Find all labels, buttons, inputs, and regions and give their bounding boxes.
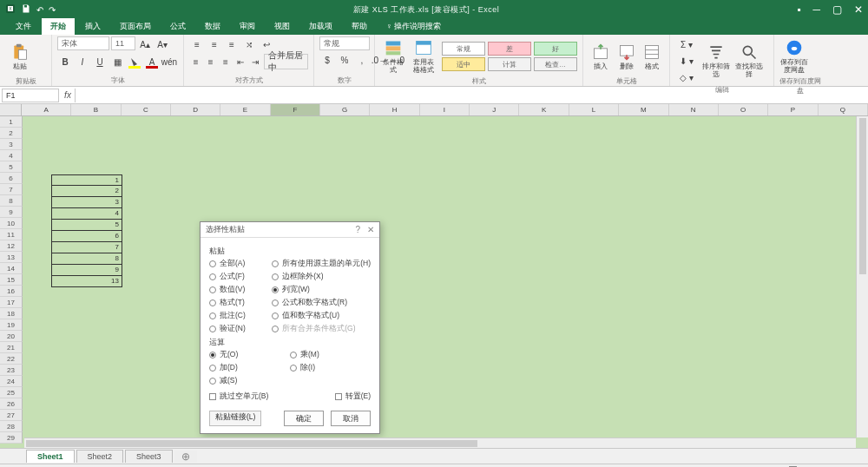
conditional-format-button[interactable]: 条件格式 bbox=[380, 36, 406, 76]
data-cell[interactable]: 7 bbox=[51, 242, 122, 253]
dialog-radio-option[interactable]: 批注(C) bbox=[209, 311, 272, 321]
dialog-radio-option[interactable]: 值和数字格式(U) bbox=[272, 311, 371, 321]
bold-button[interactable]: B bbox=[57, 54, 73, 69]
data-cell[interactable]: 1 bbox=[51, 174, 122, 186]
row-header[interactable]: 13 bbox=[0, 252, 23, 263]
dialog-close-icon[interactable]: ✕ bbox=[367, 225, 374, 234]
fx-icon[interactable]: fx bbox=[61, 90, 75, 100]
dialog-radio-option[interactable]: 公式(F) bbox=[209, 272, 272, 282]
ribbon-options-icon[interactable]: ▪ bbox=[797, 3, 800, 16]
align-center-icon[interactable]: ≡ bbox=[204, 54, 217, 69]
insert-cells-button[interactable]: 插入 bbox=[589, 36, 613, 76]
dialog-help-icon[interactable]: ? bbox=[355, 225, 360, 234]
paste-button[interactable]: 粘贴 bbox=[5, 36, 35, 76]
row-header[interactable]: 15 bbox=[0, 274, 23, 286]
row-header[interactable]: 27 bbox=[0, 410, 23, 421]
format-cells-button[interactable]: 格式 bbox=[640, 36, 664, 76]
row-header[interactable]: 5 bbox=[0, 161, 23, 173]
align-right-icon[interactable]: ≡ bbox=[219, 54, 232, 69]
row-header[interactable]: 25 bbox=[0, 387, 23, 398]
row-header[interactable]: 14 bbox=[0, 263, 23, 274]
row-header[interactable]: 28 bbox=[0, 421, 23, 432]
dialog-radio-option[interactable]: 边框除外(X) bbox=[272, 272, 371, 282]
column-header[interactable]: Q bbox=[819, 104, 868, 115]
dialog-radio-option[interactable]: 减(S) bbox=[209, 376, 290, 386]
row-header[interactable]: 4 bbox=[0, 150, 23, 161]
number-format-select[interactable]: 常规 bbox=[319, 36, 370, 50]
underline-button[interactable]: U bbox=[92, 54, 108, 69]
ok-button[interactable]: 确定 bbox=[284, 411, 324, 426]
row-header[interactable]: 20 bbox=[0, 331, 23, 342]
row-header[interactable]: 21 bbox=[0, 342, 23, 353]
dialog-radio-option[interactable]: 数值(V) bbox=[209, 285, 272, 295]
align-bottom-icon[interactable]: ≡ bbox=[224, 36, 240, 52]
column-header[interactable]: A bbox=[22, 104, 71, 115]
dialog-radio-option[interactable]: 乘(M) bbox=[290, 350, 371, 360]
style-calc[interactable]: 计算 bbox=[488, 57, 531, 71]
undo-icon[interactable]: ↶ bbox=[36, 5, 43, 15]
ribbon-tab[interactable]: 数据 bbox=[196, 18, 229, 35]
ribbon-tab[interactable]: 页面布局 bbox=[111, 18, 160, 35]
phonetic-button[interactable]: wén bbox=[161, 54, 177, 69]
worksheet[interactable]: ABCDEFGHIJKLMNOPQ 1234567891011121314151… bbox=[0, 104, 868, 448]
data-cell[interactable]: 9 bbox=[51, 265, 122, 276]
column-header[interactable]: L bbox=[569, 104, 619, 115]
maximize-icon[interactable]: ▢ bbox=[832, 3, 842, 16]
delete-cells-button[interactable]: 删除 bbox=[615, 36, 639, 76]
data-cell[interactable]: 3 bbox=[51, 197, 122, 208]
dialog-radio-option[interactable]: 所有使用源主题的单元(H) bbox=[272, 259, 371, 269]
align-left-icon[interactable]: ≡ bbox=[189, 54, 202, 69]
baidu-save-button[interactable]: 保存到百度网盘 bbox=[779, 36, 809, 76]
indent-dec-icon[interactable]: ⇤ bbox=[234, 54, 247, 69]
font-name-select[interactable]: 宋体 bbox=[57, 36, 109, 50]
data-cell[interactable]: 8 bbox=[51, 253, 122, 265]
row-header[interactable]: 18 bbox=[0, 308, 23, 319]
column-header[interactable]: B bbox=[71, 104, 121, 115]
column-header[interactable]: N bbox=[669, 104, 719, 115]
column-header[interactable]: P bbox=[768, 104, 818, 115]
cancel-button[interactable]: 取消 bbox=[331, 411, 371, 426]
close-icon[interactable]: ✕ bbox=[854, 3, 863, 16]
row-header[interactable]: 23 bbox=[0, 365, 23, 376]
data-cell[interactable]: 5 bbox=[51, 220, 122, 231]
row-header[interactable]: 16 bbox=[0, 286, 23, 297]
row-header[interactable]: 19 bbox=[0, 319, 23, 331]
orientation-icon[interactable]: ⤭ bbox=[241, 36, 257, 52]
data-cell[interactable]: 6 bbox=[51, 231, 122, 242]
row-header[interactable]: 22 bbox=[0, 353, 23, 365]
font-color-button[interactable]: A bbox=[144, 54, 160, 69]
column-header[interactable]: O bbox=[719, 104, 768, 115]
transpose-checkbox[interactable]: 转置(E) bbox=[335, 391, 371, 402]
ribbon-tab[interactable]: 帮助 bbox=[343, 18, 376, 35]
data-cell[interactable]: 4 bbox=[51, 208, 122, 220]
column-header[interactable]: I bbox=[420, 104, 470, 115]
column-header[interactable]: J bbox=[470, 104, 519, 115]
save-icon[interactable] bbox=[21, 3, 31, 16]
style-bad[interactable]: 差 bbox=[488, 42, 531, 56]
horizontal-scrollbar[interactable] bbox=[24, 437, 856, 448]
row-header[interactable]: 3 bbox=[0, 139, 23, 150]
column-header[interactable]: D bbox=[171, 104, 220, 115]
column-header[interactable]: F bbox=[271, 104, 320, 115]
dialog-radio-option[interactable]: 公式和数字格式(R) bbox=[272, 298, 371, 308]
column-header[interactable]: E bbox=[220, 104, 270, 115]
minimize-icon[interactable]: ─ bbox=[812, 3, 820, 16]
ribbon-tab[interactable]: 文件 bbox=[7, 18, 40, 35]
indent-inc-icon[interactable]: ⇥ bbox=[249, 54, 262, 69]
data-cell[interactable]: 2 bbox=[51, 186, 122, 197]
ribbon-tab[interactable]: ♀ 操作说明搜索 bbox=[378, 18, 450, 35]
autosum-button[interactable]: Σ ▾ bbox=[675, 36, 698, 52]
dialog-radio-option[interactable]: 验证(N) bbox=[209, 324, 272, 334]
decrease-font-icon[interactable]: A▾ bbox=[155, 36, 170, 52]
style-check[interactable]: 检查… bbox=[534, 57, 577, 71]
row-header[interactable]: 24 bbox=[0, 376, 23, 387]
align-middle-icon[interactable]: ≡ bbox=[207, 36, 222, 52]
column-header[interactable]: H bbox=[370, 104, 419, 115]
ribbon-tab[interactable]: 审阅 bbox=[231, 18, 264, 35]
skip-blanks-checkbox[interactable]: 跳过空单元(B) bbox=[209, 391, 268, 402]
italic-button[interactable]: I bbox=[75, 54, 90, 69]
dialog-radio-option[interactable]: 除(I) bbox=[290, 363, 371, 373]
font-size-select[interactable]: 11 bbox=[111, 36, 135, 50]
row-header[interactable]: 10 bbox=[0, 218, 23, 229]
clear-button[interactable]: ◇ ▾ bbox=[675, 69, 698, 85]
